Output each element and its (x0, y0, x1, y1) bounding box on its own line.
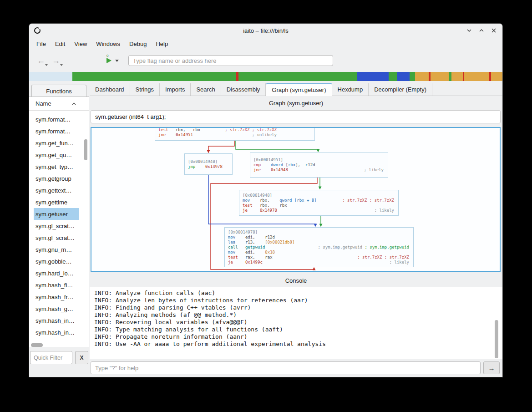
functions-horizontal-scrollbar[interactable] (31, 343, 43, 347)
function-list-item[interactable]: sym.getgroup (34, 173, 79, 184)
column-header-name[interactable]: Name (29, 97, 89, 111)
memory-segment (29, 72, 72, 81)
comment-token: ; likely (390, 260, 409, 264)
chevron-down-icon[interactable] (115, 60, 119, 62)
console-output[interactable]: INFO: Analyze function calls (aac)INFO: … (90, 287, 502, 359)
asm-line: test rbx, rbx; str.7zXZ ; str.7zXZ (158, 127, 311, 132)
close-icon (491, 28, 497, 33)
functions-vertical-scrollbar[interactable] (84, 139, 87, 160)
asm-token: mov (228, 250, 235, 255)
debug-start-button[interactable]: 0 (106, 58, 119, 63)
memory-segment (410, 72, 415, 81)
memory-map-strip[interactable] (29, 72, 502, 81)
function-list-item[interactable]: sym.format… (34, 125, 79, 137)
graph-view[interactable]: test rbx, rbx; str.7zXZ ; str.7zXZjne 0x… (91, 127, 501, 272)
console-dock-title: Console (90, 275, 502, 286)
function-list-item[interactable]: sym.get_qu… (34, 149, 79, 161)
memory-segment (415, 72, 429, 81)
block-address: [0x00014948] (243, 193, 395, 198)
tab-disassembly[interactable]: Disassembly (221, 83, 266, 96)
asm-token: 0x18 (265, 250, 275, 255)
flag-search-input[interactable] (128, 55, 333, 66)
asm-line: test rax, rax; str.7zXZ ; str.7zXZ (228, 255, 410, 260)
tab-strings[interactable]: Strings (130, 83, 160, 96)
menu-view[interactable]: View (70, 39, 91, 49)
tab-graph-sym-getuser[interactable]: Graph (sym.getuser) (266, 83, 332, 96)
function-list-item[interactable]: sym.gettext… (34, 184, 79, 196)
memory-segment (357, 72, 389, 81)
function-list-item[interactable]: sym.hash_fi… (34, 279, 79, 291)
memory-segment (464, 72, 489, 81)
function-list-item[interactable]: sym.hash_in… (34, 315, 79, 326)
block-address: [0x00014978] (228, 230, 410, 235)
address-label: [0x00014951] (253, 158, 283, 163)
forward-button[interactable]: → (52, 56, 60, 65)
function-list-item[interactable]: sym.gl_scrat… (34, 232, 79, 244)
asm-line: cmp dword [rbx], r12d (253, 163, 385, 168)
function-list-item[interactable]: sym.getuser (34, 208, 79, 220)
maximize-button[interactable] (478, 27, 485, 34)
asm-token: je (243, 208, 248, 213)
console-submit-button[interactable]: → (483, 361, 500, 374)
asm-token (238, 245, 245, 250)
chevron-down-icon (466, 28, 472, 33)
graph-block-0x00014940[interactable]: [0x00014940]jmp 0x14978 (184, 153, 233, 175)
asm-token: call (228, 245, 238, 250)
titlebar[interactable]: iaito – file:///bin/ls (29, 24, 502, 37)
tab-dashboard[interactable]: Dashboard (90, 83, 130, 96)
menu-file[interactable]: File (32, 39, 51, 49)
minimize-button[interactable] (466, 27, 472, 34)
asm-comment: ; likely (385, 260, 409, 265)
console-scrollbar[interactable] (495, 320, 498, 358)
address-label: [0x00014940] (188, 159, 218, 164)
tab-imports[interactable]: Imports (160, 83, 191, 96)
main-area: DashboardStringsImportsSearchDisassembly… (90, 83, 502, 377)
tab-decompiler-empty[interactable]: Decompiler (Empty) (369, 83, 432, 96)
function-list-item[interactable]: sym.get_typ… (34, 161, 79, 173)
quick-filter-input[interactable] (30, 351, 72, 364)
function-list-item[interactable]: sym.gl_scrat… (34, 220, 79, 232)
asm-token: 0x1499c (245, 260, 263, 265)
asm-token: test (228, 255, 238, 260)
graph-block[interactable]: test rbx, rbx; str.7zXZ ; str.7zXZjne 0x… (155, 127, 315, 141)
console-line: INFO: Type matching analysis for all fun… (94, 326, 502, 333)
back-dropdown-icon (45, 64, 48, 66)
console-line: INFO: Use -AA or aaaa to perform additio… (94, 341, 502, 348)
menu-debug[interactable]: Debug (125, 39, 151, 49)
function-list-item[interactable]: sym.gettime (34, 196, 79, 208)
chevron-up-icon (479, 28, 484, 33)
asm-comment: ; sym.imp.getpwuid ; sym.imp.getpwuid (314, 245, 410, 250)
menu-windows[interactable]: Windows (91, 39, 125, 49)
tab-functions[interactable]: Functions (31, 85, 86, 97)
console-command-input[interactable] (91, 361, 481, 374)
function-list-item[interactable]: sym.gobble… (34, 255, 79, 267)
comment-token: ; unlikely (252, 132, 277, 137)
function-list-item[interactable]: sym.get_fun… (34, 137, 79, 149)
asm-token: jne (253, 168, 261, 173)
console-line: INFO: Analyzing methods (af @@ method.*) (94, 311, 502, 319)
functions-list-panel: Name sym.format…sym.format…sym.get_fun…s… (29, 97, 89, 347)
menu-edit[interactable]: Edit (51, 39, 70, 49)
menu-help[interactable]: Help (151, 39, 172, 49)
function-list-item[interactable]: sym.hard_lo… (34, 267, 79, 279)
graph-block-0x00014978[interactable]: [0x00014978]mov edi, r12dlea r13, [0x000… (224, 227, 414, 267)
graph-block-0x00014951[interactable]: [0x00014951]cmp dword [rbx], r12djne 0x1… (250, 153, 388, 178)
function-list-item[interactable]: sym.hash_fr… (34, 291, 79, 303)
clear-filter-button[interactable]: X (75, 351, 88, 364)
asm-comment: ; str.7zXZ ; str.7zXZ (220, 127, 277, 132)
app-window: iaito – file:///bin/ls FileEditViewWindo… (29, 24, 502, 377)
asm-token: lea (228, 240, 235, 245)
close-button[interactable] (491, 27, 497, 34)
window-title: iaito – file:///bin/ls (29, 27, 502, 34)
tab-search[interactable]: Search (191, 83, 221, 96)
function-list-item[interactable]: sym.hash_g… (34, 303, 79, 315)
function-list-item[interactable]: sym.format… (34, 113, 79, 125)
asm-line: jne 0x14948; likely (253, 168, 385, 173)
function-list-item[interactable]: sym.hash_in… (34, 326, 79, 338)
function-list-item[interactable]: sym.gnu_m… (34, 244, 79, 255)
back-button[interactable]: ← (37, 56, 45, 65)
asm-line: mov edi, r12d (228, 235, 410, 240)
menu-bar: FileEditViewWindowsDebugHelp (29, 37, 502, 50)
graph-block-0x00014948[interactable]: [0x00014948]mov rbx, qword [rbx + 8]; st… (239, 190, 399, 216)
tab-hexdump[interactable]: Hexdump (332, 83, 369, 96)
